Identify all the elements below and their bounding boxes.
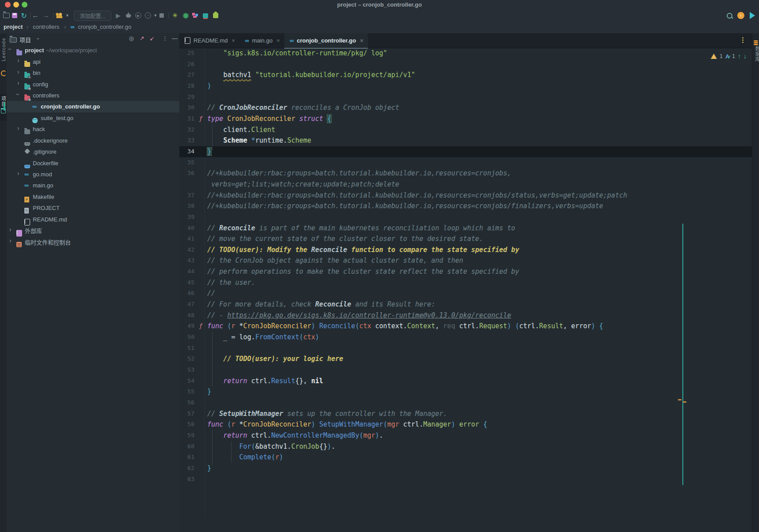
tree-item-main.go[interactable]: ∞main.go	[7, 180, 179, 191]
code-line-38[interactable]: 38//+kubebuilder:rbac:groups=batch.tutor…	[179, 201, 752, 212]
chevron-icon[interactable]: ›	[9, 237, 12, 244]
code-line-27[interactable]: 27 batchv1 "tutorial.kubebuilder.io/proj…	[179, 70, 752, 81]
code-line-51[interactable]: 51	[179, 343, 752, 354]
editor-scrollbar[interactable]	[682, 224, 683, 485]
breadcrumb-file[interactable]: cronjob_controller.go	[78, 23, 132, 30]
code-line-56[interactable]: 56	[179, 397, 752, 408]
forward-icon[interactable]: →	[42, 11, 50, 20]
run-anything-icon[interactable]	[748, 11, 757, 20]
chevron-icon[interactable]: ›	[17, 79, 19, 86]
code-line-54[interactable]: 54 return ctrl.Result{}, nil	[179, 376, 752, 387]
code-line-36[interactable]: 36//+kubebuilder:rbac:groups=batch.tutor…	[179, 168, 752, 179]
back-icon[interactable]: ←	[31, 11, 40, 20]
chevron-icon[interactable]: ›	[17, 170, 19, 177]
next-problem-icon[interactable]: ↓	[744, 53, 747, 60]
run-configuration-button[interactable]: 添加配置...	[74, 11, 111, 21]
code-line-60[interactable]: 60 For(&batchv1.CronJob{}).	[179, 441, 752, 452]
code-line-28[interactable]: 28)	[179, 81, 752, 92]
code-line-53[interactable]: 53	[179, 365, 752, 376]
panel-title-dropdown-icon[interactable]: ⌄	[36, 35, 40, 41]
stripe-warning-mark[interactable]	[678, 399, 682, 400]
open-project-icon[interactable]	[2, 11, 11, 20]
code-line-57[interactable]: 57// SetupWithManager sets up the contro…	[179, 408, 752, 419]
update-available-icon[interactable]: ↑	[736, 11, 745, 20]
hide-panel-icon[interactable]: —	[172, 35, 178, 42]
tree-item-config[interactable]: ›⚙config	[7, 78, 179, 89]
code-line-48[interactable]: 48// - https://pkg.go.dev/sigs.k8s.io/co…	[179, 310, 752, 321]
tab-options-icon[interactable]	[742, 37, 744, 44]
code-inspection-icon[interactable]	[181, 11, 190, 20]
tool-button-leetcode[interactable]: Leetcode	[1, 38, 6, 61]
breadcrumb-controllers[interactable]: controllers	[33, 23, 59, 30]
close-tab-icon[interactable]: ×	[276, 37, 280, 44]
editor-tab-cronjob_controller.go[interactable]: ∞cronjob_controller.go×	[284, 33, 368, 49]
code-with-me-icon[interactable]	[55, 11, 64, 20]
code-with-me-dropdown-icon[interactable]: ▼	[63, 11, 72, 20]
editor-tab-main.go[interactable]: ∞main.go×	[240, 33, 284, 48]
tree-item-外部库[interactable]: ›外部库	[7, 225, 179, 236]
close-tab-icon[interactable]: ×	[232, 37, 235, 44]
tree-item-bin[interactable]: ›×bin	[7, 67, 179, 78]
database-console-icon[interactable]	[201, 11, 210, 20]
plugins-icon[interactable]	[211, 11, 220, 20]
tree-item-临时文件和控制台[interactable]: ›临时文件和控制台	[7, 236, 179, 247]
search-everywhere-icon[interactable]	[725, 11, 734, 20]
chevron-icon[interactable]: ›	[17, 124, 19, 132]
prev-problem-icon[interactable]: ↑	[738, 53, 741, 60]
locate-file-icon[interactable]: ◎	[129, 35, 134, 42]
stripe-warning-mark[interactable]	[683, 401, 686, 403]
code-line-47[interactable]: 47// For more details, check Reconcile a…	[179, 299, 752, 310]
collapse-all-icon[interactable]: ↙	[150, 35, 155, 42]
tree-item-project[interactable]: ›project ~/workspace/project	[7, 45, 179, 56]
editor-tab-README.md[interactable]: README.md×	[179, 33, 240, 48]
tree-item-Dockerfile[interactable]: Dockerfile	[7, 157, 179, 168]
inspections-widget[interactable]: 1 A 1 ↑ ↓	[711, 53, 747, 60]
tree-item-api[interactable]: ›api	[7, 56, 179, 67]
code-view[interactable]: 25 "sigs.k8s.io/controller-runtime/pkg/ …	[179, 48, 752, 485]
code-line-42[interactable]: 42// TODO(user): Modify the Reconcile fu…	[179, 245, 752, 256]
code-line-25[interactable]: 25 "sigs.k8s.io/controller-runtime/pkg/ …	[179, 48, 752, 59]
code-line-50[interactable]: 50 _ = log.FromContext(ctx)	[179, 332, 752, 343]
science-mode-icon[interactable]: ✳	[170, 11, 179, 20]
code-line-37[interactable]: 37//+kubebuilder:rbac:groups=batch.tutor…	[179, 190, 752, 201]
ui-designer-icon[interactable]	[190, 11, 199, 20]
code-line-44[interactable]: 44// perform operations to make the clus…	[179, 266, 752, 277]
tree-item-go.mod[interactable]: ›∞go.mod	[7, 169, 179, 180]
panel-options-icon[interactable]: ⋮	[162, 35, 168, 42]
code-line-35[interactable]: 35	[179, 157, 752, 168]
code-line-63[interactable]: 63	[179, 474, 752, 485]
tree-item-.gitignore[interactable]: .gitignore	[7, 146, 179, 157]
chevron-icon[interactable]: ›	[17, 57, 19, 64]
chevron-icon[interactable]: ›	[15, 93, 22, 95]
code-line-39[interactable]: 39	[179, 212, 752, 223]
code-line-55[interactable]: 55}	[179, 386, 752, 397]
code-line-46[interactable]: 46//	[179, 288, 752, 299]
sync-icon[interactable]: ↻	[19, 11, 28, 20]
chevron-icon[interactable]: ›	[9, 226, 12, 233]
tree-item-.dockerignore[interactable]: .dockerignore	[7, 135, 179, 146]
code-line-30[interactable]: 30// CronJobReconciler reconciles a Cron…	[179, 102, 752, 113]
tree-item-cronjob_controller.go[interactable]: ∞cronjob_controller.go	[7, 101, 179, 112]
breadcrumb-project[interactable]: project	[4, 23, 23, 30]
code-line-29[interactable]: 29	[179, 92, 752, 103]
tree-item-README.md[interactable]: README.md	[7, 214, 179, 225]
code-line-61[interactable]: 61 Complete(r)	[179, 452, 752, 463]
expand-all-icon[interactable]: ↗	[139, 35, 144, 42]
code-line-43[interactable]: 43// the CronJob object against the actu…	[179, 255, 752, 266]
debug-icon[interactable]	[124, 11, 133, 20]
save-all-icon[interactable]	[10, 11, 19, 20]
code-line-33[interactable]: 33 Scheme *runtime.Scheme	[179, 135, 752, 146]
chevron-icon[interactable]: ›	[7, 48, 14, 50]
leetcode-icon[interactable]	[1, 70, 7, 76]
tree-item-hack[interactable]: ›hack	[7, 124, 179, 135]
code-line-58[interactable]: 58func (r *CronJobReconciler) SetupWithM…	[179, 419, 752, 430]
coverage-icon[interactable]: ▶	[134, 11, 143, 20]
run-icon[interactable]: ▶	[114, 11, 123, 20]
code-line-40[interactable]: 40// Reconcile is part of the main kuber…	[179, 223, 752, 234]
code-line-26[interactable]: 26	[179, 59, 752, 70]
code-line-52[interactable]: 52 // TODO(user): your logic here	[179, 353, 752, 365]
tree-item-controllers[interactable]: ›⚙controllers	[7, 90, 179, 101]
code-line-45[interactable]: 45// the user.	[179, 277, 752, 288]
code-line-59[interactable]: 59 return ctrl.NewControllerManagedBy(mg…	[179, 430, 752, 441]
tool-button-database[interactable]: 数据库	[754, 39, 759, 63]
